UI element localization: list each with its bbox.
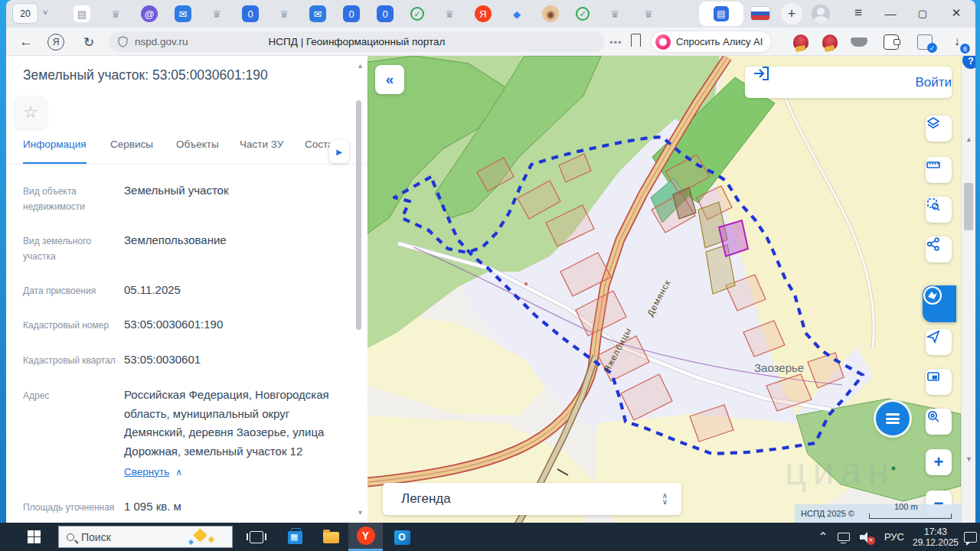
start-button[interactable]: [28, 530, 41, 543]
browser-menu-icon[interactable]: ≡: [842, 0, 874, 26]
clock[interactable]: 17:4329.12.2025: [908, 523, 963, 551]
field-row: Кадастровый квартал53:05:0030601: [23, 350, 352, 370]
ruler-tool-button[interactable]: [926, 157, 952, 183]
mail-tab-icon[interactable]: ✉: [175, 5, 191, 22]
tabs-scroll-right-button[interactable]: ▶: [329, 140, 349, 163]
map-canvas[interactable]: Яжелбицы Демянск Заозерье циан « Войти: [368, 56, 961, 523]
task-view-button[interactable]: [241, 527, 272, 547]
profile-avatar[interactable]: [812, 5, 830, 23]
page-scrollbar[interactable]: ▲ ▼: [961, 56, 975, 523]
outlook-button[interactable]: O: [387, 527, 417, 547]
geolocation-tool-button[interactable]: [926, 329, 952, 355]
alice-icon: [655, 34, 671, 50]
active-tab[interactable]: ▤: [699, 2, 743, 26]
minimap-tool-button[interactable]: [926, 369, 952, 395]
rose-extension-icon[interactable]: [822, 34, 838, 50]
tab-counter[interactable]: 20: [12, 3, 38, 24]
gerb-tab-icon[interactable]: ♛: [606, 5, 623, 22]
gerb-tab-icon[interactable]: ♛: [107, 5, 124, 22]
refresh-button[interactable]: ↻: [80, 33, 98, 51]
browser-toolbar: ← Я ↻ nspd.gov.ru НСПД | Геоинформационн…: [6, 28, 975, 56]
monkey-tab-icon[interactable]: ◉: [542, 5, 559, 22]
map-drawing: Яжелбицы Демянск Заозерье циан: [368, 56, 961, 523]
chat-fab-button[interactable]: [876, 402, 910, 435]
at-mail-tab-icon[interactable]: @: [141, 5, 158, 22]
ask-alice-button[interactable]: Спросить Алису AI: [651, 31, 772, 53]
gerb-tab-icon[interactable]: ♛: [441, 5, 458, 22]
tray-expand-icon[interactable]: ⌃: [814, 523, 832, 551]
address-bar[interactable]: nspd.gov.ru НСПД | Геоинформационный пор…: [109, 31, 605, 52]
minimize-button[interactable]: —: [874, 0, 906, 26]
volume-muted-icon[interactable]: ✕: [854, 523, 877, 551]
close-button[interactable]: ✕: [940, 0, 972, 26]
panel-scrollbar[interactable]: [356, 100, 361, 330]
watermark-text: циан: [785, 450, 895, 493]
store-button[interactable]: [279, 527, 310, 547]
field-row: Вид объекта недвижимостиЗемельный участо…: [23, 181, 352, 215]
sber-tab-icon[interactable]: ✓: [576, 7, 590, 21]
back-button[interactable]: ←: [17, 33, 35, 51]
downloads-icon[interactable]: ↓8: [949, 34, 965, 50]
gerb-tab-icon[interactable]: ♛: [208, 5, 225, 22]
gerb-tab-icon[interactable]: ♛: [640, 5, 657, 22]
flag-tab[interactable]: [750, 6, 770, 21]
doc-check-extension-icon[interactable]: ✓: [917, 34, 933, 50]
panel-collapse-button[interactable]: «: [375, 65, 404, 94]
yandex-browser-button-active[interactable]: Y: [348, 523, 383, 551]
bookmark-icon[interactable]: [631, 34, 641, 47]
address-collapse-link[interactable]: Свернуть: [124, 464, 169, 481]
login-bar[interactable]: Войти: [745, 67, 952, 98]
panel-scroll-down-icon[interactable]: ▼: [357, 509, 364, 517]
notification-center-button[interactable]: [960, 523, 980, 551]
favorite-star-button[interactable]: ☆: [14, 96, 47, 129]
gov-tab-icon[interactable]: 0: [242, 5, 259, 22]
windows-taskbar: Поиск Y O ⌃ ✕ РУС 17:4329.12.2025: [0, 523, 980, 551]
legend-expand-icon[interactable]: ∧∨: [662, 493, 668, 505]
tab-objects[interactable]: Объекты: [176, 139, 219, 164]
object-search-tool-button[interactable]: [926, 409, 952, 435]
address-more-icon[interactable]: •••: [609, 37, 622, 48]
search-placeholder: Поиск: [81, 531, 111, 543]
scale-bar: [869, 514, 952, 519]
file-explorer-button[interactable]: [315, 527, 346, 547]
scroll-down-icon[interactable]: ▼: [965, 455, 972, 463]
mask-extension-icon[interactable]: [851, 37, 867, 47]
share-tool-button[interactable]: [926, 236, 952, 262]
folder-icon: [323, 532, 339, 543]
gov-tab-icon[interactable]: 0: [343, 5, 360, 22]
panel-tabs: Информация Сервисы Объекты Части ЗУ Сост…: [6, 139, 368, 165]
new-tab-button[interactable]: +: [781, 3, 802, 24]
area-search-tool-button[interactable]: [926, 197, 952, 223]
yandex-home-icon[interactable]: Я: [47, 34, 64, 51]
doc-tab-icon[interactable]: ▤: [74, 5, 90, 22]
tab-parts[interactable]: Части ЗУ: [240, 139, 283, 164]
zoom-in-button[interactable]: +: [926, 449, 952, 475]
chevron-up-icon[interactable]: ∧: [175, 467, 182, 478]
language-indicator[interactable]: РУС: [879, 523, 910, 551]
chat-lines-icon: [886, 412, 900, 426]
tab-list-chevron-icon[interactable]: ˅: [43, 8, 47, 17]
taskbar-search[interactable]: Поиск: [58, 526, 233, 548]
wallet-extension-icon[interactable]: [884, 34, 899, 50]
yandex-tab-icon[interactable]: Я: [475, 5, 492, 22]
tab-information[interactable]: Информация: [23, 139, 87, 164]
layers-tool-button[interactable]: [926, 116, 952, 142]
ruler-icon: [926, 157, 941, 172]
mail-tab-icon[interactable]: ✉: [309, 5, 326, 22]
basemap-tool-button-active[interactable]: [923, 285, 956, 322]
parcel-info-panel: Земельный участок: 53:05:0030601:190 ☆ И…: [6, 56, 368, 523]
star-tab-icon[interactable]: ◆: [508, 5, 525, 22]
map-attribution: НСПД 2025 © 100 m: [795, 504, 961, 523]
network-icon[interactable]: [833, 523, 854, 551]
scrollbar-thumb[interactable]: [964, 183, 973, 230]
panel-scroll-up-icon[interactable]: ▲: [357, 62, 364, 70]
scroll-up-icon[interactable]: ▲: [965, 135, 972, 143]
field-row-address: Адрес Российская Федерация, Новгородская…: [23, 386, 352, 481]
legend-bar[interactable]: Легенда ∧∨: [383, 483, 681, 515]
gov-tab-icon[interactable]: 0: [377, 5, 394, 22]
sber-tab-icon[interactable]: ✓: [410, 7, 424, 21]
gerb-tab-icon[interactable]: ♛: [276, 5, 292, 22]
rose-extension-icon[interactable]: [793, 34, 808, 50]
tab-services[interactable]: Сервисы: [110, 139, 153, 164]
maximize-button[interactable]: ▢: [906, 0, 939, 26]
